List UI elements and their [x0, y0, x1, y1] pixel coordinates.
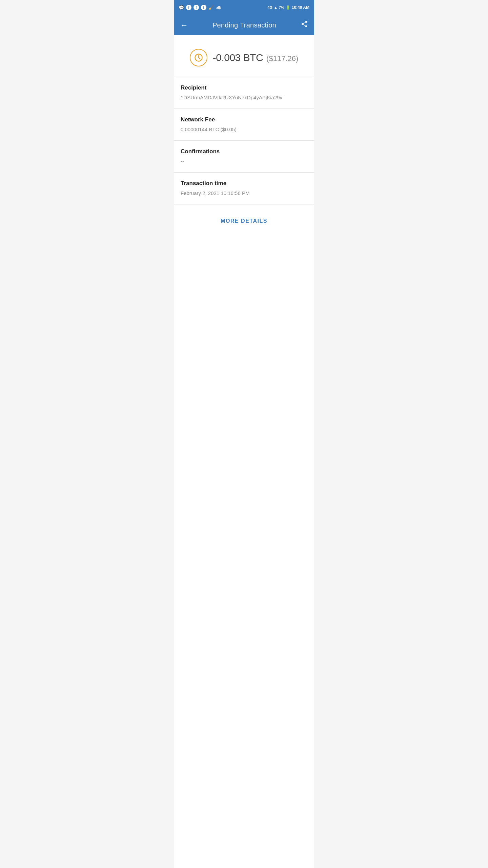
network-fee-value: 0.00000144 BTC ($0.05) — [181, 126, 307, 133]
more-details-button[interactable]: MORE DETAILS — [214, 215, 274, 228]
amount-section: -0.003 BTC ($117.26) — [174, 35, 314, 77]
signal-icon: ▲ — [274, 5, 278, 9]
message-icon: 💬 — [179, 5, 184, 10]
facebook-icon-2: f — [194, 5, 199, 10]
facebook-icon-1: f — [186, 5, 191, 10]
cloud-icon: ☁️ — [216, 5, 221, 10]
page-title: Pending Transaction — [212, 21, 276, 29]
app-bar: ← Pending Transaction — [174, 15, 314, 35]
system-status: 4G ▲ 7% 🔋 10:40 AM — [267, 5, 309, 10]
confirmations-row: Confirmations -- — [174, 141, 314, 173]
time-display: 10:40 AM — [292, 5, 309, 10]
transaction-time-label: Transaction time — [181, 180, 307, 187]
confirmations-label: Confirmations — [181, 148, 307, 155]
clean-icon: 🧹 — [208, 5, 214, 10]
back-button[interactable]: ← — [180, 20, 188, 30]
confirmations-value: -- — [181, 158, 307, 165]
recipient-label: Recipient — [181, 84, 307, 91]
recipient-row: Recipient 1DSUrmAMDJVtkRUXYuN7xDp4yAPjKi… — [174, 77, 314, 109]
network-type: 4G — [267, 5, 272, 9]
notification-icons: 💬 f f f 🧹 ☁️ — [179, 5, 221, 10]
recipient-address: 1DSUrmAMDJVtkRUXYuN7xDp4yAPjKia29v — [181, 94, 307, 101]
network-fee-row: Network Fee 0.00000144 BTC ($0.05) — [174, 109, 314, 141]
amount-btc: -0.003 BTC — [213, 52, 263, 63]
battery-percent: 7% — [279, 5, 284, 9]
amount-usd: ($117.26) — [266, 54, 298, 63]
transaction-time-value: February 2, 2021 10:16:56 PM — [181, 190, 307, 197]
share-button[interactable] — [301, 20, 308, 30]
main-content: -0.003 BTC ($117.26) Recipient 1DSUrmAMD… — [174, 35, 314, 868]
transaction-time-row: Transaction time February 2, 2021 10:16:… — [174, 173, 314, 204]
network-fee-label: Network Fee — [181, 116, 307, 123]
pending-clock-icon — [190, 49, 207, 66]
battery-icon: 🔋 — [286, 5, 290, 10]
status-bar: 💬 f f f 🧹 ☁️ 4G ▲ 7% 🔋 10:40 AM — [174, 0, 314, 15]
transaction-amount: -0.003 BTC ($117.26) — [213, 52, 299, 63]
facebook-icon-3: f — [201, 5, 206, 10]
more-details-section: MORE DETAILS — [174, 204, 314, 238]
